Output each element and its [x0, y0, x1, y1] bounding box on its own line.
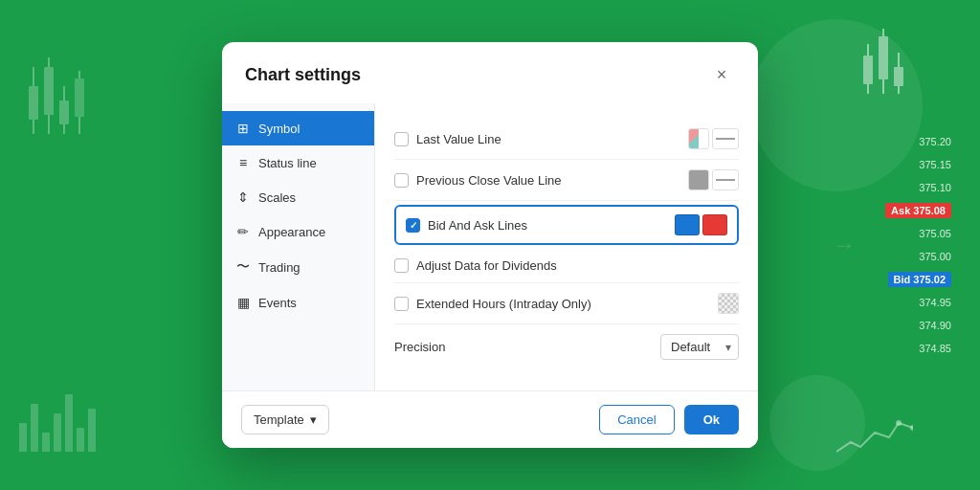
last-value-line-swatch[interactable]	[688, 128, 709, 149]
sidebar-item-scales[interactable]: ⇕ Scales	[222, 180, 374, 214]
last-value-line-color-preview	[688, 128, 739, 149]
modal-header: Chart settings ×	[222, 42, 758, 103]
dash-line	[716, 138, 735, 140]
last-value-line-label[interactable]: Last Value Line	[416, 132, 680, 146]
price-tick: 375.00	[885, 245, 951, 268]
sidebar-item-symbol[interactable]: ⊞ Symbol	[222, 111, 374, 145]
previous-close-swatch[interactable]	[688, 169, 709, 190]
close-button[interactable]: ×	[708, 61, 735, 88]
pencil-icon: ✏	[235, 224, 251, 239]
ask-badge: Ask 375.08	[885, 203, 951, 218]
modal-container: Chart settings × ⊞ Symbol ≡ Status line …	[222, 42, 758, 448]
precision-row: Precision Default 0 1 2 3 4 5	[394, 324, 739, 369]
arrow-decoration: →	[833, 232, 856, 258]
price-tick: 375.15	[885, 153, 951, 176]
price-tick: 375.05	[885, 222, 951, 245]
chart-settings-modal: Chart settings × ⊞ Symbol ≡ Status line …	[222, 42, 758, 448]
color-swatch-inner	[689, 129, 699, 148]
template-button[interactable]: Template ▾	[241, 405, 329, 434]
footer-actions: Cancel Ok	[599, 405, 739, 434]
modal-body: ⊞ Symbol ≡ Status line ⇕ Scales ✏ Appear…	[222, 103, 758, 390]
price-tick: 375.10	[885, 176, 951, 199]
bid-ask-lines-checkbox[interactable]	[406, 218, 420, 233]
last-value-line-row: Last Value Line	[394, 119, 739, 160]
precision-label: Precision	[394, 340, 660, 354]
extended-hours-label[interactable]: Extended Hours (Intraday Only)	[416, 297, 710, 311]
svg-point-1	[910, 425, 913, 431]
price-tick: Bid 375.02	[885, 268, 951, 291]
line-chart-decoration	[836, 413, 913, 461]
svg-point-0	[896, 420, 902, 426]
sidebar: ⊞ Symbol ≡ Status line ⇕ Scales ✏ Appear…	[222, 103, 375, 390]
chart-icon: 〜	[235, 258, 251, 276]
previous-close-label[interactable]: Previous Close Value Line	[416, 173, 680, 188]
circle-deco-1	[750, 19, 923, 191]
right-candles	[863, 29, 903, 94]
previous-close-dash[interactable]	[712, 169, 739, 190]
extended-hours-checkbox[interactable]	[394, 297, 409, 311]
sidebar-label-symbol: Symbol	[258, 122, 300, 136]
left-candles	[29, 57, 84, 134]
bid-ask-lines-label[interactable]: Bid And Ask Lines	[428, 218, 667, 233]
calendar-icon: ▦	[235, 295, 251, 310]
bid-badge: Bid 375.02	[888, 272, 951, 287]
price-axis: 375.20 375.15 375.10 Ask 375.08 375.05 3…	[885, 130, 951, 360]
bid-color-button[interactable]	[675, 214, 700, 235]
settings-content: Last Value Line Previous Close Value Lin…	[375, 103, 758, 390]
adjust-dividends-row: Adjust Data for Dividends	[394, 249, 739, 283]
price-tick: 374.85	[885, 337, 951, 360]
modal-title: Chart settings	[245, 65, 361, 85]
sidebar-item-appearance[interactable]: ✏ Appearance	[222, 214, 374, 249]
precision-select[interactable]: Default 0 1 2 3 4 5	[660, 334, 739, 360]
ask-color-button[interactable]	[702, 214, 727, 235]
template-chevron-icon: ▾	[310, 412, 317, 427]
adjust-dividends-checkbox[interactable]	[394, 258, 409, 273]
price-tick: 375.20	[885, 130, 951, 153]
previous-close-row: Previous Close Value Line	[394, 160, 739, 201]
last-value-line-dash[interactable]	[712, 128, 739, 149]
modal-footer: Template ▾ Cancel Ok	[222, 390, 758, 448]
price-tick: Ask 375.08	[885, 199, 951, 222]
adjust-dividends-label[interactable]: Adjust Data for Dividends	[416, 258, 739, 273]
sidebar-item-trading[interactable]: 〜 Trading	[222, 249, 374, 285]
scales-icon: ⇕	[235, 189, 251, 205]
bid-ask-lines-row: Bid And Ask Lines	[394, 205, 739, 245]
price-tick: 374.90	[885, 314, 951, 337]
bid-ask-color-preview	[675, 214, 727, 235]
list-icon: ≡	[235, 155, 251, 170]
sidebar-label-trading: Trading	[258, 260, 301, 275]
sidebar-label-appearance: Appearance	[258, 225, 325, 239]
precision-select-wrapper: Default 0 1 2 3 4 5	[660, 334, 739, 360]
previous-close-color-preview	[688, 169, 739, 190]
template-label: Template	[254, 412, 304, 427]
sidebar-label-events: Events	[258, 296, 297, 310]
extended-hours-row: Extended Hours (Intraday Only)	[394, 283, 739, 324]
sidebar-label-status-line: Status line	[258, 156, 317, 170]
sidebar-item-status-line[interactable]: ≡ Status line	[222, 145, 374, 180]
circle-deco-2	[769, 375, 865, 471]
extended-hours-swatch[interactable]	[718, 293, 739, 314]
sidebar-item-events[interactable]: ▦ Events	[222, 285, 374, 320]
left-bottom-bars	[19, 394, 96, 452]
last-value-line-checkbox[interactable]	[394, 132, 409, 146]
sidebar-label-scales: Scales	[258, 190, 296, 205]
cancel-button[interactable]: Cancel	[599, 405, 674, 434]
price-tick: 374.95	[885, 291, 951, 314]
previous-close-checkbox[interactable]	[394, 173, 409, 188]
ok-button[interactable]: Ok	[684, 405, 739, 434]
dash-line-prev	[716, 179, 735, 181]
bars-icon: ⊞	[235, 121, 251, 136]
